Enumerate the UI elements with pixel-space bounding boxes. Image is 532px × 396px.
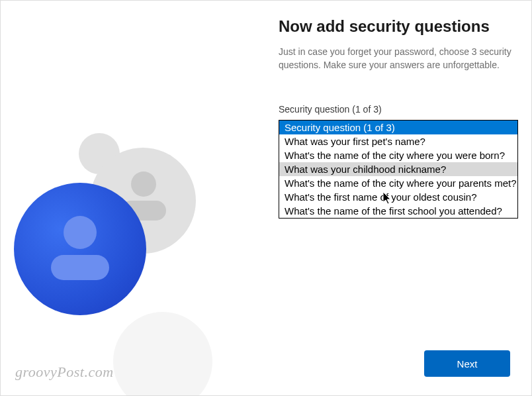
next-button[interactable]: Next	[424, 350, 510, 377]
dropdown-option[interactable]: What's the name of the first school you …	[279, 204, 517, 218]
decorative-circle-faint	[113, 312, 212, 396]
page-title: Now add security questions	[279, 17, 511, 36]
page-subtitle: Just in case you forget your password, c…	[279, 45, 511, 72]
security-question-label: Security question (1 of 3)	[279, 104, 511, 115]
decorative-circle-blue	[14, 183, 146, 315]
dropdown-option[interactable]: What's the name of the city where you we…	[279, 148, 517, 162]
blue-avatar-head-icon	[64, 216, 97, 249]
watermark-text: groovyPost.com	[15, 364, 114, 381]
blue-avatar-body-icon	[51, 255, 109, 280]
dropdown-option[interactable]: Security question (1 of 3)	[279, 121, 517, 134]
security-question-dropdown[interactable]: Security question (1 of 3)What was your …	[279, 120, 518, 219]
dropdown-option[interactable]: What's the first name of your oldest cou…	[279, 190, 517, 204]
user-illustration	[1, 120, 252, 371]
dropdown-option[interactable]: What's the name of the city where your p…	[279, 176, 517, 190]
dropdown-option[interactable]: What was your first pet's name?	[279, 134, 517, 148]
dropdown-option[interactable]: What was your childhood nickname?	[279, 162, 517, 176]
gray-avatar-head-icon	[131, 172, 156, 197]
